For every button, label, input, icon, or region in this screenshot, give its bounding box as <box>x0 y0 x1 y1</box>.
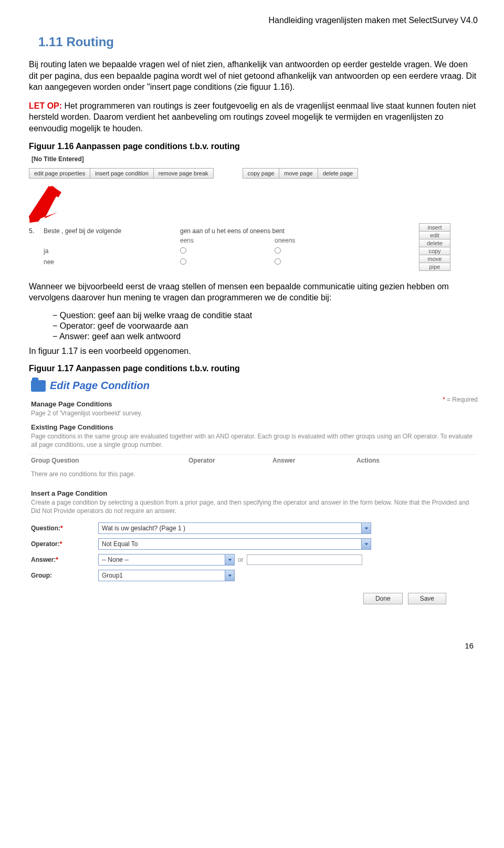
matrix-row-ja-label: ja <box>44 247 180 255</box>
manage-conditions-subtext: Page 2 of 'Vragenlijst voorbeeld' survey… <box>31 409 478 417</box>
figure-116-screenshot: [No Title Entered] edit page properties … <box>29 155 478 266</box>
or-separator: or <box>238 556 244 563</box>
doc-header-title: Handleiding vragenlijsten maken met Sele… <box>29 16 478 25</box>
group-select-value: Group1 <box>102 572 123 579</box>
figure-117-caption: Figuur 1.17 Aanpassen page conditions t.… <box>29 364 478 373</box>
chevron-down-icon <box>361 523 371 533</box>
red-arrow-annotation <box>29 186 478 224</box>
copy-question-button[interactable]: copy <box>419 247 450 255</box>
operator-field-label: Operator:* <box>31 540 94 548</box>
conditions-empty-message: There are no conditions for this page. <box>29 466 478 485</box>
group-field-label: Group: <box>31 572 94 579</box>
matrix-row-nee-label: nee <box>44 258 180 266</box>
existing-conditions-subtext: Page conditions in the same group are ev… <box>31 432 478 449</box>
svg-marker-5 <box>364 543 368 546</box>
insert-condition-heading: Insert a Page Condition <box>31 489 478 497</box>
bullet-operator: Operator: geef de voorwaarde aan <box>52 321 478 331</box>
remove-page-break-button[interactable]: remove page break <box>154 168 214 179</box>
example-intro-paragraph: Wanneer we bijvoorbeeld eerst de vraag s… <box>29 281 478 303</box>
edit-page-condition-title: Edit Page Condition <box>50 380 150 392</box>
answer-select-value: -- None -- <box>102 556 129 563</box>
svg-marker-6 <box>228 559 231 561</box>
operator-select[interactable]: Not Equal To <box>98 538 371 550</box>
bullet-question: Question: geef aan bij welke vraag de co… <box>52 311 478 320</box>
matrix-col-oneens: oneens <box>275 237 390 244</box>
radio-nee-oneens[interactable] <box>275 258 281 265</box>
done-button[interactable]: Done <box>363 593 403 604</box>
warning-paragraph: LET OP: Het programmeren van routings is… <box>29 100 478 134</box>
radio-nee-eens[interactable] <box>180 258 186 265</box>
operator-select-value: Not Equal To <box>102 540 138 548</box>
col-group-question: Group Question <box>31 457 188 464</box>
question-text-part-a: Beste , geef bij de volgende <box>44 227 180 235</box>
page-toolbar: edit page properties insert page conditi… <box>29 168 478 179</box>
answer-text-input[interactable] <box>247 554 362 565</box>
question-select[interactable]: Wat is uw geslacht? (Page 1 ) <box>98 522 371 534</box>
matrix-col-eens: eens <box>180 237 275 244</box>
insert-page-condition-button[interactable]: insert page condition <box>90 168 154 179</box>
chevron-down-icon <box>361 539 371 549</box>
existing-conditions-heading: Existing Page Conditions <box>31 423 478 431</box>
page-number: 16 <box>29 610 478 655</box>
conditions-table-header: Group Question Operator Answer Actions <box>29 454 478 466</box>
warning-text: Het programmeren van routings is zeer fo… <box>29 101 476 133</box>
condition-fields-list: Question: geef aan bij welke vraag de co… <box>29 311 478 341</box>
svg-marker-4 <box>364 528 368 530</box>
intro-paragraph: Bij routing laten we bepaalde vragen wel… <box>29 59 478 93</box>
copy-page-button[interactable]: copy page <box>243 168 280 179</box>
section-heading: 1.11 Routing <box>38 35 478 49</box>
question-matrix: eens oneens ja nee <box>44 237 478 266</box>
question-field-label: Question:* <box>31 525 94 532</box>
arrow-icon <box>29 186 81 223</box>
col-operator: Operator <box>188 457 272 464</box>
folder-icon <box>31 380 46 392</box>
manage-conditions-heading: Manage Page Conditions <box>31 400 478 408</box>
edit-question-button[interactable]: edit <box>419 232 450 239</box>
question-text-part-b: gen aan of u het eens of oneens bent <box>180 227 390 235</box>
question-select-value: Wat is uw geslacht? (Page 1 ) <box>102 525 185 532</box>
col-actions: Actions <box>356 457 476 464</box>
insert-question-button[interactable]: insert <box>419 223 450 232</box>
pipe-question-button[interactable]: pipe <box>419 263 450 271</box>
question-number: 5. <box>29 227 44 235</box>
answer-field-label: Answer:* <box>31 556 94 563</box>
move-page-button[interactable]: move page <box>279 168 318 179</box>
edit-page-properties-button[interactable]: edit page properties <box>29 168 90 179</box>
figure-117-screenshot: Edit Page Condition * = Required Manage … <box>29 378 478 610</box>
after-bullets-text: In figuur 1.17 is een voorbeeld opgenome… <box>29 346 478 357</box>
chevron-down-icon <box>225 570 234 581</box>
chevron-down-icon <box>225 554 234 565</box>
group-select[interactable]: Group1 <box>98 570 235 581</box>
radio-ja-oneens[interactable] <box>275 247 281 254</box>
svg-marker-7 <box>228 575 231 577</box>
insert-condition-subtext: Create a page condition by selecting a q… <box>31 498 478 515</box>
delete-page-button[interactable]: delete page <box>318 168 359 179</box>
delete-question-button[interactable]: delete <box>419 239 450 247</box>
survey-no-title-label: [No Title Entered] <box>32 155 478 163</box>
radio-ja-eens[interactable] <box>180 247 186 254</box>
move-question-button[interactable]: move <box>419 255 450 263</box>
answer-select[interactable]: -- None -- <box>98 554 235 566</box>
bullet-answer: Answer: geef aan welk antwoord <box>52 332 478 341</box>
warning-label: LET OP: <box>29 101 62 110</box>
save-button[interactable]: Save <box>408 593 446 604</box>
col-answer: Answer <box>272 457 356 464</box>
required-legend: * = Required <box>443 396 478 403</box>
figure-116-caption: Figuur 1.16 Aanpassen page conditions t.… <box>29 142 478 151</box>
question-side-buttons: insert edit delete copy move pipe <box>419 223 450 271</box>
question-row: 5. Beste , geef bij de volgende gen aan … <box>29 227 478 235</box>
